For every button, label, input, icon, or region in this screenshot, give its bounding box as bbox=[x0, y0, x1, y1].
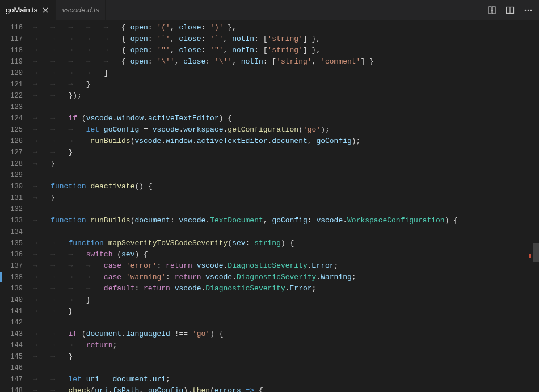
code-line[interactable]: → → → } bbox=[33, 79, 539, 90]
code-line[interactable]: → → check(uri.fsPath, goConfig).then(err… bbox=[33, 385, 539, 392]
code-line[interactable]: → → → → → { open: '\'', close: '\'', not… bbox=[33, 56, 539, 68]
code-line[interactable]: → → → → → { open: '(', close: ')' }, bbox=[33, 22, 539, 33]
compare-changes-icon[interactable] bbox=[487, 5, 497, 15]
line-number: 141 bbox=[0, 306, 23, 317]
code-line[interactable]: → → → switch (sev) { bbox=[33, 249, 539, 260]
svg-point-7 bbox=[528, 9, 529, 11]
fold-marker bbox=[0, 272, 2, 282]
line-number: 123 bbox=[0, 102, 23, 113]
code-line[interactable]: → → → → → { open: '"', close: '"', notIn… bbox=[33, 45, 539, 56]
line-number: 122 bbox=[0, 90, 23, 102]
code-line[interactable]: → function deactivate() { bbox=[33, 181, 539, 192]
line-number: 124 bbox=[0, 113, 23, 124]
line-number: 120 bbox=[0, 68, 23, 79]
code-line[interactable]: → } bbox=[33, 192, 539, 204]
code-line[interactable]: → → }); bbox=[33, 90, 539, 102]
line-number: 137 bbox=[0, 260, 23, 272]
code-line[interactable]: → → → return; bbox=[33, 340, 539, 351]
tab-vscode-d-ts[interactable]: vscode.d.ts bbox=[56, 0, 106, 20]
line-number: 139 bbox=[0, 283, 23, 294]
code-line[interactable]: → → } bbox=[33, 306, 539, 317]
code-line[interactable] bbox=[33, 170, 539, 181]
line-number: 148 bbox=[0, 385, 23, 392]
code-line[interactable]: → → → → default: return vscode.Diagnosti… bbox=[33, 283, 539, 294]
line-number: 130 bbox=[0, 181, 23, 192]
code-line[interactable] bbox=[33, 363, 539, 374]
code-line[interactable]: → → if (document.languageId !== 'go') { bbox=[33, 328, 539, 340]
line-number: 142 bbox=[0, 317, 23, 328]
split-editor-icon[interactable] bbox=[505, 5, 515, 15]
code-line[interactable]: → → let uri = document.uri; bbox=[33, 374, 539, 385]
line-number: 127 bbox=[0, 147, 23, 158]
svg-point-8 bbox=[530, 9, 532, 11]
code-line[interactable]: → → function mapSeverityToVSCodeSeverity… bbox=[33, 238, 539, 249]
code-line[interactable]: → → → → → { open: '`', close: '`', notIn… bbox=[33, 33, 539, 45]
code-line[interactable]: → } bbox=[33, 158, 539, 170]
line-number: 132 bbox=[0, 204, 23, 215]
line-number: 138 bbox=[0, 272, 23, 283]
tab-goMain-ts[interactable]: goMain.ts bbox=[0, 0, 56, 20]
more-actions-icon[interactable] bbox=[523, 5, 533, 15]
tab-label: vscode.d.ts bbox=[62, 6, 99, 14]
tab-label: goMain.ts bbox=[6, 6, 37, 14]
code-line[interactable]: → → if (vscode.window.activeTextEditor) … bbox=[33, 113, 539, 124]
line-number: 144 bbox=[0, 340, 23, 351]
code-line[interactable]: → → → runBuilds(vscode.window.activeText… bbox=[33, 136, 539, 147]
editor[interactable]: 1161171181191201211221231241251261271281… bbox=[0, 20, 539, 392]
code-line[interactable]: → → → → case 'error': return vscode.Diag… bbox=[33, 260, 539, 272]
line-number: 129 bbox=[0, 170, 23, 181]
code-line[interactable]: → → → } bbox=[33, 294, 539, 306]
line-number: 126 bbox=[0, 136, 23, 147]
line-number: 135 bbox=[0, 238, 23, 249]
code-line[interactable]: → → → → case 'warning': return vscode.Di… bbox=[33, 272, 539, 283]
code-line[interactable]: → → } bbox=[33, 351, 539, 363]
line-number: 143 bbox=[0, 328, 23, 340]
line-number: 133 bbox=[0, 215, 23, 226]
tab-bar: goMain.tsvscode.d.ts bbox=[0, 0, 539, 20]
code-line[interactable]: → function runBuilds(document: vscode.Te… bbox=[33, 215, 539, 226]
code-area[interactable]: → → → → → { open: '(', close: ')' },→ → … bbox=[33, 20, 539, 392]
line-number: 119 bbox=[0, 56, 23, 68]
vertical-scrollbar[interactable] bbox=[531, 20, 539, 392]
line-number: 146 bbox=[0, 363, 23, 374]
tab-actions bbox=[487, 0, 539, 20]
line-number: 134 bbox=[0, 226, 23, 238]
code-line[interactable] bbox=[33, 102, 539, 113]
line-number: 145 bbox=[0, 351, 23, 363]
close-icon[interactable] bbox=[41, 6, 50, 15]
code-line[interactable]: → → → let goConfig = vscode.workspace.ge… bbox=[33, 124, 539, 136]
line-number: 128 bbox=[0, 158, 23, 170]
line-number: 140 bbox=[0, 294, 23, 306]
line-number: 121 bbox=[0, 79, 23, 90]
code-line[interactable] bbox=[33, 204, 539, 215]
line-number: 131 bbox=[0, 192, 23, 204]
line-number-gutter: 1161171181191201211221231241251261271281… bbox=[0, 20, 33, 392]
svg-point-6 bbox=[525, 9, 527, 11]
line-number: 125 bbox=[0, 124, 23, 136]
code-line[interactable] bbox=[33, 226, 539, 238]
line-number: 136 bbox=[0, 249, 23, 260]
code-line[interactable]: → → → → ] bbox=[33, 68, 539, 79]
code-line[interactable]: → → } bbox=[33, 147, 539, 158]
line-number: 147 bbox=[0, 374, 23, 385]
scrollbar-thumb[interactable] bbox=[533, 243, 539, 262]
line-number: 117 bbox=[0, 33, 23, 45]
code-line[interactable] bbox=[33, 317, 539, 328]
line-number: 118 bbox=[0, 45, 23, 56]
folding-bar bbox=[0, 20, 2, 392]
line-number: 116 bbox=[0, 22, 23, 33]
